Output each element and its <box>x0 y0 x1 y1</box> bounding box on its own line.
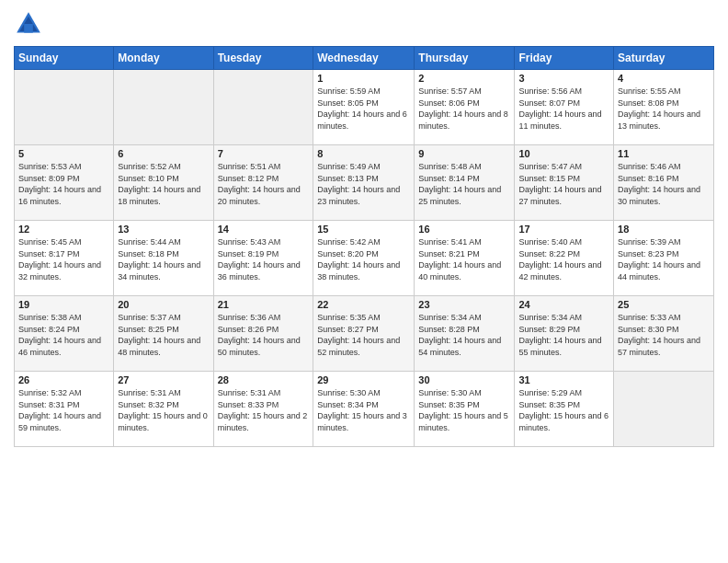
day-info: Sunrise: 5:59 AMSunset: 8:05 PMDaylight:… <box>317 86 410 132</box>
day-number: 9 <box>418 148 510 159</box>
day-number: 20 <box>118 299 209 310</box>
calendar-cell: 31Sunrise: 5:29 AMSunset: 8:35 PMDayligh… <box>515 372 614 447</box>
calendar-week: 19Sunrise: 5:38 AMSunset: 8:24 PMDayligh… <box>15 296 714 372</box>
day-info: Sunrise: 5:35 AMSunset: 8:27 PMDaylight:… <box>317 312 410 358</box>
day-info: Sunrise: 5:52 AMSunset: 8:10 PMDaylight:… <box>118 161 209 207</box>
logo-icon <box>14 9 43 39</box>
day-number: 18 <box>618 224 710 235</box>
calendar-cell: 4Sunrise: 5:55 AMSunset: 8:08 PMDaylight… <box>614 70 714 145</box>
calendar-week: 12Sunrise: 5:45 AMSunset: 8:17 PMDayligh… <box>15 221 714 296</box>
calendar-cell: 1Sunrise: 5:59 AMSunset: 8:05 PMDaylight… <box>313 70 415 145</box>
day-info: Sunrise: 5:37 AMSunset: 8:25 PMDaylight:… <box>118 312 209 358</box>
day-number: 30 <box>418 374 510 385</box>
day-info: Sunrise: 5:40 AMSunset: 8:22 PMDaylight:… <box>518 236 609 282</box>
calendar-cell: 15Sunrise: 5:42 AMSunset: 8:20 PMDayligh… <box>313 221 415 296</box>
day-number: 27 <box>118 374 209 385</box>
calendar-cell <box>114 70 213 145</box>
day-number: 24 <box>518 299 609 310</box>
day-info: Sunrise: 5:39 AMSunset: 8:23 PMDaylight:… <box>618 236 710 282</box>
calendar-cell: 20Sunrise: 5:37 AMSunset: 8:25 PMDayligh… <box>114 296 213 372</box>
day-info: Sunrise: 5:41 AMSunset: 8:21 PMDaylight:… <box>418 236 510 282</box>
day-number: 12 <box>18 224 109 235</box>
day-info: Sunrise: 5:53 AMSunset: 8:09 PMDaylight:… <box>18 161 109 207</box>
calendar-cell: 16Sunrise: 5:41 AMSunset: 8:21 PMDayligh… <box>415 221 515 296</box>
day-number: 23 <box>418 299 510 310</box>
day-info: Sunrise: 5:55 AMSunset: 8:08 PMDaylight:… <box>618 86 710 132</box>
calendar-cell: 2Sunrise: 5:57 AMSunset: 8:06 PMDaylight… <box>415 70 515 145</box>
calendar-cell: 11Sunrise: 5:46 AMSunset: 8:16 PMDayligh… <box>614 145 714 221</box>
day-info: Sunrise: 5:46 AMSunset: 8:16 PMDaylight:… <box>618 161 710 207</box>
calendar-cell: 8Sunrise: 5:49 AMSunset: 8:13 PMDaylight… <box>313 145 415 221</box>
day-number: 15 <box>317 224 410 235</box>
calendar-cell: 12Sunrise: 5:45 AMSunset: 8:17 PMDayligh… <box>15 221 114 296</box>
day-number: 4 <box>618 73 710 84</box>
day-info: Sunrise: 5:42 AMSunset: 8:20 PMDaylight:… <box>317 236 410 282</box>
calendar-cell: 25Sunrise: 5:33 AMSunset: 8:30 PMDayligh… <box>614 296 714 372</box>
day-number: 1 <box>317 73 410 84</box>
day-info: Sunrise: 5:33 AMSunset: 8:30 PMDaylight:… <box>618 312 710 358</box>
day-number: 10 <box>518 148 609 159</box>
calendar-cell: 6Sunrise: 5:52 AMSunset: 8:10 PMDaylight… <box>114 145 213 221</box>
day-number: 3 <box>518 73 609 84</box>
calendar-cell: 21Sunrise: 5:36 AMSunset: 8:26 PMDayligh… <box>213 296 313 372</box>
calendar-cell: 5Sunrise: 5:53 AMSunset: 8:09 PMDaylight… <box>15 145 114 221</box>
day-number: 14 <box>218 224 310 235</box>
calendar-cell: 19Sunrise: 5:38 AMSunset: 8:24 PMDayligh… <box>15 296 114 372</box>
logo <box>14 9 47 39</box>
calendar-header: SundayMondayTuesdayWednesdayThursdayFrid… <box>15 47 714 70</box>
day-info: Sunrise: 5:51 AMSunset: 8:12 PMDaylight:… <box>218 161 310 207</box>
day-info: Sunrise: 5:29 AMSunset: 8:35 PMDaylight:… <box>518 387 609 433</box>
day-info: Sunrise: 5:56 AMSunset: 8:07 PMDaylight:… <box>518 86 609 132</box>
day-number: 19 <box>18 299 109 310</box>
day-info: Sunrise: 5:45 AMSunset: 8:17 PMDaylight:… <box>18 236 109 282</box>
day-info: Sunrise: 5:36 AMSunset: 8:26 PMDaylight:… <box>218 312 310 358</box>
day-info: Sunrise: 5:43 AMSunset: 8:19 PMDaylight:… <box>218 236 310 282</box>
day-info: Sunrise: 5:44 AMSunset: 8:18 PMDaylight:… <box>118 236 209 282</box>
calendar-cell: 29Sunrise: 5:30 AMSunset: 8:34 PMDayligh… <box>313 372 415 447</box>
day-number: 28 <box>218 374 310 385</box>
calendar-cell: 26Sunrise: 5:32 AMSunset: 8:31 PMDayligh… <box>15 372 114 447</box>
day-number: 2 <box>418 73 510 84</box>
day-number: 31 <box>518 374 609 385</box>
day-info: Sunrise: 5:31 AMSunset: 8:33 PMDaylight:… <box>218 387 310 433</box>
day-number: 6 <box>118 148 209 159</box>
calendar-cell: 7Sunrise: 5:51 AMSunset: 8:12 PMDaylight… <box>213 145 313 221</box>
calendar-cell: 27Sunrise: 5:31 AMSunset: 8:32 PMDayligh… <box>114 372 213 447</box>
day-info: Sunrise: 5:48 AMSunset: 8:14 PMDaylight:… <box>418 161 510 207</box>
day-number: 17 <box>518 224 609 235</box>
day-info: Sunrise: 5:57 AMSunset: 8:06 PMDaylight:… <box>418 86 510 132</box>
day-number: 29 <box>317 374 410 385</box>
calendar-week: 26Sunrise: 5:32 AMSunset: 8:31 PMDayligh… <box>15 372 714 447</box>
day-info: Sunrise: 5:47 AMSunset: 8:15 PMDaylight:… <box>518 161 609 207</box>
day-number: 5 <box>18 148 109 159</box>
header-day: Tuesday <box>213 47 313 70</box>
page: SundayMondayTuesdayWednesdayThursdayFrid… <box>0 0 728 563</box>
day-number: 21 <box>218 299 310 310</box>
header-day: Thursday <box>415 47 515 70</box>
day-number: 7 <box>218 148 310 159</box>
svg-rect-2 <box>24 24 33 33</box>
day-info: Sunrise: 5:30 AMSunset: 8:34 PMDaylight:… <box>317 387 410 433</box>
calendar-week: 1Sunrise: 5:59 AMSunset: 8:05 PMDaylight… <box>15 70 714 145</box>
day-number: 8 <box>317 148 410 159</box>
day-number: 11 <box>618 148 710 159</box>
day-info: Sunrise: 5:34 AMSunset: 8:28 PMDaylight:… <box>418 312 510 358</box>
calendar-cell <box>15 70 114 145</box>
day-info: Sunrise: 5:34 AMSunset: 8:29 PMDaylight:… <box>518 312 609 358</box>
calendar-cell: 10Sunrise: 5:47 AMSunset: 8:15 PMDayligh… <box>515 145 614 221</box>
calendar-cell: 23Sunrise: 5:34 AMSunset: 8:28 PMDayligh… <box>415 296 515 372</box>
day-number: 22 <box>317 299 410 310</box>
day-number: 25 <box>618 299 710 310</box>
calendar-cell: 18Sunrise: 5:39 AMSunset: 8:23 PMDayligh… <box>614 221 714 296</box>
calendar-cell: 14Sunrise: 5:43 AMSunset: 8:19 PMDayligh… <box>213 221 313 296</box>
day-number: 26 <box>18 374 109 385</box>
header-day: Wednesday <box>313 47 415 70</box>
calendar-cell <box>614 372 714 447</box>
calendar-cell: 3Sunrise: 5:56 AMSunset: 8:07 PMDaylight… <box>515 70 614 145</box>
header <box>14 9 714 39</box>
header-day: Sunday <box>15 47 114 70</box>
calendar-cell: 13Sunrise: 5:44 AMSunset: 8:18 PMDayligh… <box>114 221 213 296</box>
day-info: Sunrise: 5:31 AMSunset: 8:32 PMDaylight:… <box>118 387 209 433</box>
day-number: 16 <box>418 224 510 235</box>
day-info: Sunrise: 5:30 AMSunset: 8:35 PMDaylight:… <box>418 387 510 433</box>
